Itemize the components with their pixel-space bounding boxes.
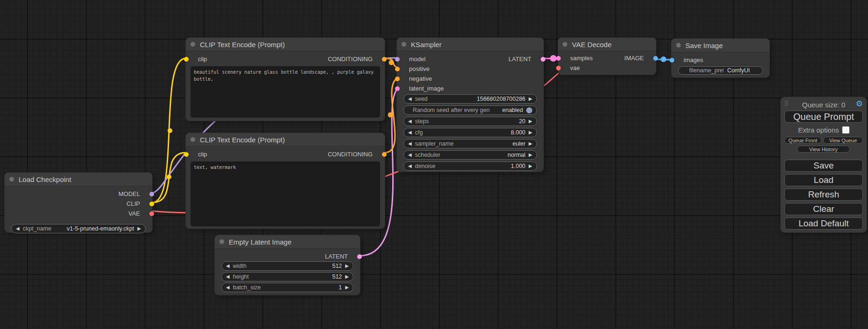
increment-arrow-icon[interactable]: ▶ [529, 130, 532, 135]
input-dot-images[interactable] [670, 58, 674, 63]
node-titlebar[interactable]: KSampler [397, 38, 543, 51]
increment-arrow-icon[interactable]: ▶ [345, 285, 349, 290]
output-dot-vae[interactable] [149, 211, 154, 216]
widget-ckpt-name[interactable]: ◀ ckpt_name v1-5-pruned-emaonly.ckpt ▶ [11, 224, 146, 233]
node-title: Save Image [685, 42, 723, 49]
increment-arrow-icon[interactable]: ▶ [345, 274, 349, 279]
node-titlebar[interactable]: VAE Decode [558, 38, 656, 51]
node-clip-text-encode-positive[interactable]: CLIP Text Encode (Prompt) clip CONDITION… [186, 38, 385, 121]
widget-label: filename_prefix [689, 67, 724, 74]
collapse-dot-icon[interactable] [191, 137, 195, 142]
collapse-dot-icon[interactable] [191, 42, 195, 47]
input-dot-negative[interactable] [395, 77, 400, 81]
widget-label: sampler_name [415, 140, 454, 147]
decrement-arrow-icon[interactable]: ◀ [408, 164, 412, 168]
node-vae-decode[interactable]: VAE Decode samples IMAGE vae [558, 38, 656, 75]
widget-height[interactable]: ◀ height 512 ▶ [221, 272, 353, 281]
collapse-dot-icon[interactable] [219, 239, 224, 244]
input-dot-model[interactable] [395, 57, 400, 62]
node-clip-text-encode-negative[interactable]: CLIP Text Encode (Prompt) clip CONDITION… [186, 133, 385, 229]
decrement-arrow-icon[interactable]: ◀ [16, 226, 20, 231]
node-ksampler[interactable]: KSampler model LATENT positive negative … [397, 38, 543, 172]
widget-value: 156680208700286 [477, 96, 525, 102]
increment-arrow-icon[interactable]: ▶ [345, 264, 349, 268]
input-dot-samples[interactable] [556, 56, 561, 61]
decrement-arrow-icon[interactable]: ◀ [226, 285, 230, 290]
decrement-arrow-icon[interactable]: ◀ [408, 141, 412, 146]
input-label-samples: samples [570, 55, 593, 62]
widget-denoise[interactable]: ◀ denoise 1.000 ▶ [403, 161, 537, 171]
node-titlebar[interactable]: Empty Latent Image [215, 235, 360, 249]
increment-arrow-icon[interactable]: ▶ [529, 97, 532, 101]
queue-panel: ⠿ Queue size: 0 ⚙ Queue Prompt Extra opt… [781, 97, 867, 232]
node-titlebar[interactable]: CLIP Text Encode (Prompt) [186, 133, 385, 147]
queue-front-button[interactable]: Queue Front [784, 137, 821, 144]
widget-batch-size[interactable]: ◀ batch_size 1 ▶ [221, 283, 353, 292]
view-history-button[interactable]: View History [797, 146, 850, 153]
decrement-arrow-icon[interactable]: ◀ [408, 130, 412, 135]
output-dot-conditioning[interactable] [382, 57, 387, 62]
node-save-image[interactable]: Save Image images filename_prefix ComfyU… [671, 39, 769, 77]
widget-filename-prefix[interactable]: filename_prefix ComfyUI [678, 66, 763, 75]
widget-value: euler [513, 140, 526, 147]
collapse-dot-icon[interactable] [9, 177, 14, 182]
toggle-circle-icon[interactable] [526, 107, 532, 113]
input-dot-latent-image[interactable] [395, 86, 400, 91]
output-dot-model[interactable] [149, 192, 154, 196]
decrement-arrow-icon[interactable]: ◀ [408, 119, 412, 124]
widget-random-seed-toggle[interactable]: Random seed after every gen enabled [403, 105, 537, 115]
output-label-conditioning: CONDITIONING [328, 151, 373, 158]
decrement-arrow-icon[interactable]: ◀ [408, 97, 412, 101]
output-dot-image[interactable] [653, 56, 658, 61]
input-dot-clip[interactable] [184, 57, 189, 62]
input-dot-positive[interactable] [395, 67, 400, 71]
save-button[interactable]: Save [784, 160, 863, 172]
increment-arrow-icon[interactable]: ▶ [529, 141, 532, 146]
input-dot-clip[interactable] [184, 152, 189, 157]
output-dot-clip[interactable] [149, 202, 154, 206]
widget-label: height [233, 273, 249, 280]
node-empty-latent-image[interactable]: Empty Latent Image LATENT ◀ width 512 ▶ … [215, 235, 360, 295]
clear-button[interactable]: Clear [784, 203, 863, 215]
node-graph-canvas[interactable]: Load Checkpoint MODEL CLIP VAE ◀ ckpt_na… [0, 0, 868, 329]
decrement-arrow-icon[interactable]: ◀ [226, 274, 230, 279]
increment-arrow-icon[interactable]: ▶ [529, 119, 532, 124]
output-dot-latent[interactable] [357, 254, 362, 259]
widget-width[interactable]: ◀ width 512 ▶ [221, 261, 353, 271]
settings-gear-icon[interactable]: ⚙ [856, 100, 863, 108]
widget-seed[interactable]: ◀ seed 156680208700286 ▶ [403, 94, 537, 104]
increment-arrow-icon[interactable]: ▶ [529, 153, 532, 157]
decrement-arrow-icon[interactable]: ◀ [226, 264, 230, 268]
collapse-dot-icon[interactable] [676, 43, 681, 48]
widget-cfg[interactable]: ◀ cfg 8.000 ▶ [403, 128, 537, 137]
node-titlebar[interactable]: Save Image [671, 39, 769, 52]
output-dot-latent[interactable] [541, 57, 545, 62]
widget-value: ComfyUI [727, 67, 750, 74]
load-button[interactable]: Load [784, 174, 863, 186]
node-titlebar[interactable]: CLIP Text Encode (Prompt) [186, 38, 385, 51]
input-dot-vae[interactable] [556, 66, 561, 70]
view-queue-button[interactable]: View Queue [823, 137, 863, 144]
collapse-dot-icon[interactable] [402, 42, 406, 47]
refresh-button[interactable]: Refresh [784, 189, 863, 201]
extra-options-checkbox[interactable] [842, 126, 849, 133]
increment-arrow-icon[interactable]: ▶ [137, 226, 141, 231]
load-default-button[interactable]: Load Default [784, 217, 863, 230]
node-load-checkpoint[interactable]: Load Checkpoint MODEL CLIP VAE ◀ ckpt_na… [5, 173, 152, 232]
collapse-dot-icon[interactable] [563, 42, 567, 47]
queue-prompt-button[interactable]: Queue Prompt [784, 111, 863, 123]
widget-value: 512 [332, 263, 342, 269]
decrement-arrow-icon[interactable]: ◀ [408, 153, 412, 157]
output-dot-conditioning[interactable] [382, 152, 387, 157]
widget-sampler-name[interactable]: ◀ sampler_name euler ▶ [403, 139, 537, 148]
widget-steps[interactable]: ◀ steps 20 ▶ [403, 117, 537, 126]
prompt-textarea[interactable]: beautiful scenery nature glass bottle la… [191, 66, 380, 118]
queue-size-label: Queue size: 0 [781, 101, 867, 109]
widget-value: 512 [332, 273, 342, 280]
input-label-images: images [684, 56, 703, 63]
prompt-textarea[interactable]: text, watermark [191, 161, 380, 226]
increment-arrow-icon[interactable]: ▶ [529, 164, 532, 168]
node-titlebar[interactable]: Load Checkpoint [5, 173, 152, 186]
widget-scheduler[interactable]: ◀ scheduler normal ▶ [403, 150, 537, 160]
widget-value: enabled [502, 107, 523, 113]
